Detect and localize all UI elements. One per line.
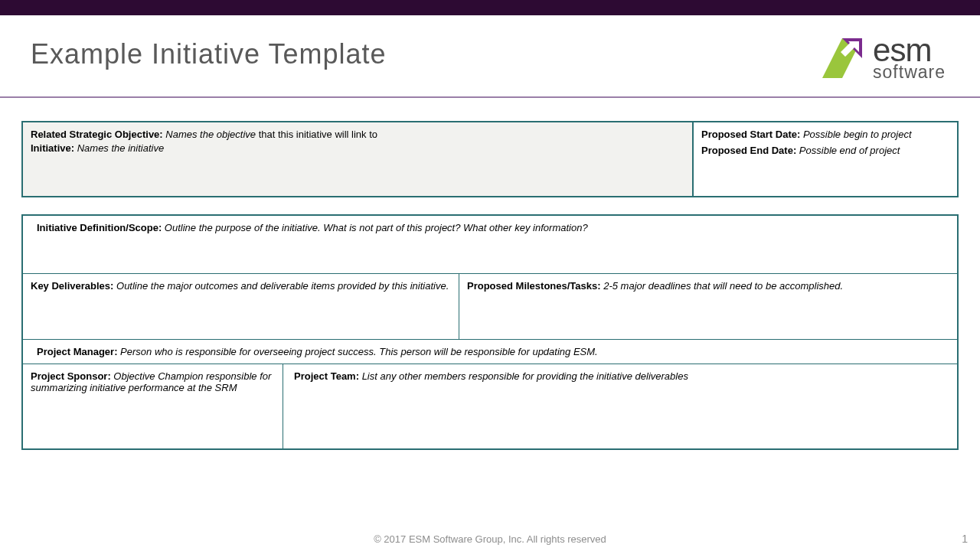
summary-right: Proposed Start Date: Possible begin to p… <box>694 122 957 196</box>
pm-value: Person who is responsible for overseeing… <box>120 346 598 357</box>
initiative-label: Initiative: <box>31 142 77 154</box>
end-value: Possible end of project <box>799 145 900 156</box>
rso-value-a: Names the objective <box>165 129 258 140</box>
bottom-row: Project Sponsor: Objective Champion resp… <box>23 364 957 448</box>
scope-value: Outline the purpose of the initiative. W… <box>165 222 588 233</box>
key-deliverables-cell: Key Deliverables: Outline the major outc… <box>23 274 459 339</box>
rso-value-b: that this initiative will link to <box>259 129 377 140</box>
header: Example Initiative Template esm software <box>0 15 980 90</box>
logo-text: esm software <box>873 37 946 79</box>
deliverables-row: Key Deliverables: Outline the major outc… <box>23 274 957 340</box>
page-number: 1 <box>962 533 968 545</box>
start-label: Proposed Start Date: <box>701 129 803 140</box>
footer-copyright: © 2017 ESM Software Group, Inc. All righ… <box>0 533 980 545</box>
pm-label: Project Manager: <box>37 346 120 357</box>
scope-row: Initiative Definition/Scope: Outline the… <box>23 216 957 274</box>
rso-label: Related Strategic Objective: <box>31 129 165 140</box>
top-bar <box>0 0 980 15</box>
team-cell: Project Team: List any other members res… <box>283 364 957 448</box>
logo: esm software <box>818 34 946 83</box>
logo-text-esm: esm <box>873 37 946 64</box>
pm-row: Project Manager: Person who is responsib… <box>23 340 957 364</box>
summary-left: Related Strategic Objective: Names the o… <box>23 122 694 196</box>
logo-icon <box>818 34 867 83</box>
team-label: Project Team: <box>294 370 362 382</box>
sponsor-label: Project Sponsor: <box>31 370 113 382</box>
sponsor-cell: Project Sponsor: Objective Champion resp… <box>23 364 283 448</box>
kd-label: Key Deliverables: <box>31 280 116 292</box>
team-value: List any other members responsible for p… <box>362 370 688 382</box>
start-value: Possible begin to project <box>803 129 912 140</box>
content: Related Strategic Objective: Names the o… <box>0 98 980 450</box>
mt-value: 2-5 major deadlines that will need to be… <box>603 280 843 292</box>
page-title: Example Initiative Template <box>31 38 387 70</box>
logo-text-software: software <box>873 65 946 79</box>
initiative-value: Names the initiative <box>77 142 164 154</box>
end-label: Proposed End Date: <box>701 145 799 156</box>
mt-label: Proposed Milestones/Tasks: <box>467 280 603 292</box>
milestones-cell: Proposed Milestones/Tasks: 2-5 major dea… <box>459 274 957 339</box>
kd-value: Outline the major outcomes and deliverab… <box>116 280 449 292</box>
summary-box: Related Strategic Objective: Names the o… <box>21 121 959 197</box>
scope-label: Initiative Definition/Scope: <box>37 222 165 233</box>
details-box: Initiative Definition/Scope: Outline the… <box>21 214 959 450</box>
